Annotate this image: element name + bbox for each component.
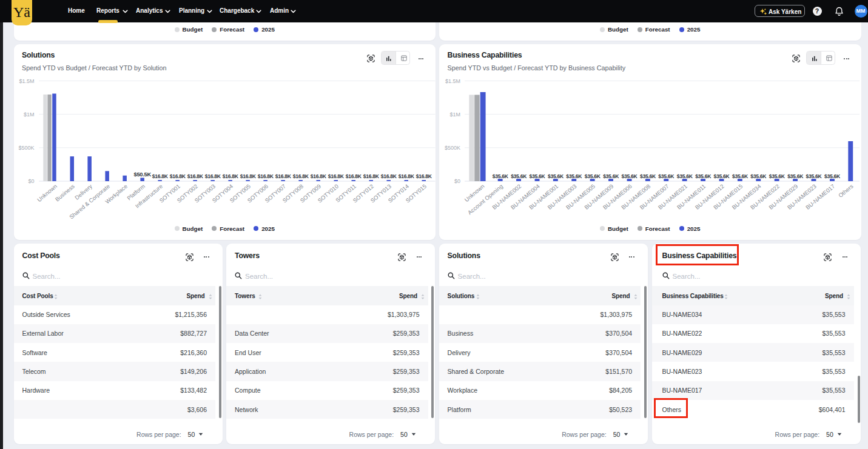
svg-text:$16.8K: $16.8K <box>292 173 309 179</box>
svg-text:$16.8K: $16.8K <box>169 173 186 179</box>
svg-text:$35.6K: $35.6K <box>806 173 823 179</box>
svg-text:$0: $0 <box>28 178 34 184</box>
svg-text:$35.6K: $35.6K <box>677 173 693 179</box>
svg-text:$1M: $1M <box>23 111 34 118</box>
svg-text:$16.8K: $16.8K <box>275 173 291 179</box>
svg-text:$35.6K: $35.6K <box>493 173 509 179</box>
svg-text:$16.8K: $16.8K <box>398 173 414 179</box>
svg-text:Business: Business <box>53 182 75 202</box>
svg-text:$35.6K: $35.6K <box>640 173 656 179</box>
svg-text:$35.6K: $35.6K <box>769 173 786 179</box>
svg-text:$35.6K: $35.6K <box>603 173 619 179</box>
svg-text:$1.5M: $1.5M <box>445 78 460 84</box>
svg-text:$16.8K: $16.8K <box>380 173 397 179</box>
svg-text:$50.5K: $50.5K <box>133 171 151 178</box>
svg-text:$16.8K: $16.8K <box>345 173 362 179</box>
svg-text:$16.8K: $16.8K <box>257 173 274 179</box>
svg-text:Unknown: Unknown <box>35 183 58 204</box>
svg-text:Others: Others <box>837 182 855 199</box>
svg-text:$16.8K: $16.8K <box>310 173 326 179</box>
svg-text:$500K: $500K <box>18 145 34 151</box>
svg-text:$35.6K: $35.6K <box>750 173 767 179</box>
svg-text:$35.6K: $35.6K <box>824 173 841 179</box>
svg-text:$35.6K: $35.6K <box>530 173 546 179</box>
svg-text:$35.6K: $35.6K <box>714 173 730 179</box>
svg-text:$16.8K: $16.8K <box>187 173 203 179</box>
svg-text:$35.6K: $35.6K <box>658 173 675 179</box>
svg-text:$16.8K: $16.8K <box>222 173 238 179</box>
svg-text:$16.8K: $16.8K <box>152 173 168 179</box>
svg-text:$35.6K: $35.6K <box>695 173 712 179</box>
svg-text:$16.8K: $16.8K <box>363 173 379 179</box>
svg-text:$0: $0 <box>454 178 460 184</box>
svg-text:$16.8K: $16.8K <box>240 173 256 179</box>
svg-text:$35.6K: $35.6K <box>787 173 804 179</box>
svg-text:$35.6K: $35.6K <box>732 173 749 179</box>
svg-text:$35.6K: $35.6K <box>566 173 582 179</box>
svg-text:$16.8K: $16.8K <box>415 173 432 179</box>
svg-text:$35.6K: $35.6K <box>511 173 527 179</box>
svg-text:$16.8K: $16.8K <box>328 173 344 179</box>
svg-text:$1M: $1M <box>449 111 460 118</box>
svg-text:$35.6K: $35.6K <box>622 173 638 179</box>
svg-text:$16.8K: $16.8K <box>204 173 221 179</box>
svg-text:$500K: $500K <box>445 145 460 151</box>
svg-text:$1.5M: $1.5M <box>19 78 34 84</box>
svg-text:$35.6K: $35.6K <box>548 173 564 179</box>
svg-text:$35.6K: $35.6K <box>585 173 601 179</box>
